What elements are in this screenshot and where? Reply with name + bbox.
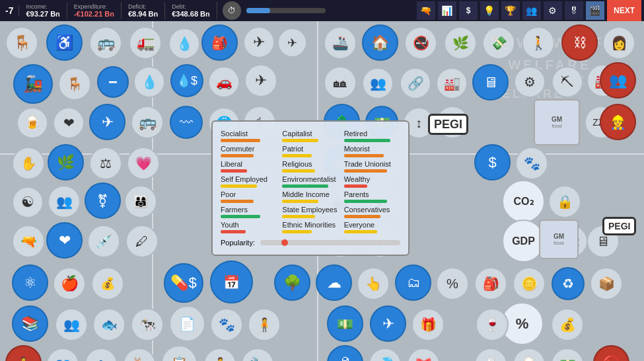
circle-no-smoking[interactable]: 🚭 (404, 26, 437, 60)
circle-hierarchy[interactable]: 🗂 (395, 264, 431, 301)
circle-jet2[interactable]: ✈ (244, 64, 277, 97)
voter-group-item[interactable]: Ethnic Minorities (282, 221, 338, 233)
circle-apple[interactable]: 🍎 (53, 267, 86, 300)
circle-items[interactable]: 📦 (590, 267, 623, 300)
circle-gift2[interactable]: 🎀 (407, 348, 440, 361)
circle-gun[interactable]: 🔫 (12, 225, 45, 258)
circle-medical2[interactable]: 💊$ (164, 263, 203, 303)
circle-plane[interactable]: ✈ (243, 26, 275, 58)
circle-plane3[interactable]: ✈ (370, 305, 406, 342)
circle-minus[interactable]: − (97, 66, 129, 98)
voter-group-item[interactable]: Retired (344, 130, 400, 142)
circle-grade[interactable]: 📄 (169, 305, 205, 342)
circle-cloud[interactable]: ☁ (316, 264, 352, 301)
circle-grade2[interactable]: 📋 (161, 345, 197, 361)
film-icon-btn[interactable]: 🎬 (586, 1, 604, 20)
voter-group-item[interactable]: Motorist (344, 145, 400, 157)
circle-spray[interactable]: 💦 (369, 348, 402, 361)
circle-swipe[interactable]: ✋ (12, 147, 45, 180)
voter-group-item[interactable]: Poor (221, 190, 277, 203)
voter-group-item[interactable]: Conservatives (344, 206, 400, 218)
circle-atom[interactable]: ⚛ (12, 264, 48, 301)
circle-wheelchair[interactable]: ♿ (46, 24, 83, 61)
circle-plane2[interactable]: ✈ (89, 104, 125, 140)
circle-truck[interactable]: 🚛 (129, 26, 162, 60)
circle-heart[interactable]: ❤ (53, 107, 85, 139)
circle-train[interactable]: 🚂 (13, 64, 53, 104)
voter-group-item[interactable]: Wealthy (344, 175, 400, 188)
circle-house[interactable]: 🏠 (362, 24, 398, 61)
circle-wine[interactable]: 🍷 (476, 308, 509, 341)
next-button[interactable]: NEXT (607, 0, 641, 21)
bulb-icon-btn[interactable]: 💡 (480, 1, 499, 20)
circle-hand-point[interactable]: 👆 (357, 267, 390, 300)
circle-person[interactable]: 🚶 (522, 26, 555, 60)
circle-dollar3[interactable]: 💵 (327, 305, 363, 342)
circle-bag[interactable]: 🎒 (474, 267, 507, 300)
voter-group-item[interactable]: Parents (344, 190, 400, 203)
circle-beer[interactable]: 🍺 (513, 348, 546, 361)
voter-group-item[interactable]: Environmentalist (282, 175, 338, 188)
people-icon-btn[interactable]: 👥 (522, 1, 541, 20)
circle-quill[interactable]: 🖊 (125, 225, 159, 258)
circle-oil[interactable]: 🛢 (327, 345, 363, 361)
circle-water2[interactable]: 💧 (133, 66, 165, 98)
circle-red-people[interactable]: 👥 (600, 62, 636, 99)
trophy-icon-btn[interactable]: 🏆 (501, 1, 520, 20)
circle-syringe[interactable]: 💉 (87, 225, 120, 258)
circle-house2[interactable]: 🏘 (324, 66, 357, 99)
voter-group-item[interactable]: Middle Income (282, 190, 338, 203)
circle-jet[interactable]: ✈ (277, 28, 307, 58)
circle-drink[interactable]: 🍺 (17, 107, 48, 139)
circle-seatbelt2[interactable]: 🪑 (58, 67, 91, 100)
voter-group-item[interactable]: Patriot (282, 145, 338, 157)
circle-books[interactable]: 📚 (12, 305, 48, 342)
circle-fish[interactable]: 🐟 (92, 308, 125, 341)
circle-paw2[interactable]: 🐾 (210, 308, 243, 341)
circle-bus[interactable]: 🚌 (89, 26, 122, 60)
circle-cow[interactable]: 🐄 (131, 308, 164, 341)
dollar-icon-btn[interactable]: $ (459, 1, 478, 20)
circle-link[interactable]: 🔗 (400, 67, 431, 99)
circle-transgender[interactable]: ⚧ (85, 182, 121, 219)
circle-wave[interactable]: 〰 (170, 106, 203, 139)
circle-cannabis[interactable]: 🌿 (444, 26, 477, 60)
circle-gift[interactable]: 🎁 (411, 308, 445, 341)
circle-hammer[interactable]: ⛏ (552, 66, 583, 98)
circle-people-row2[interactable]: 👥 (55, 308, 88, 341)
circle-wrench[interactable]: 🔧 (241, 348, 274, 361)
medal-icon-btn[interactable]: 🎖 (565, 1, 583, 20)
voter-group-item[interactable]: Farmers (221, 206, 277, 218)
chart-icon-btn[interactable]: 📊 (438, 1, 456, 20)
voter-group-item[interactable]: Self Employed (221, 175, 277, 188)
circle-paw[interactable]: 🐾 (515, 147, 548, 180)
voter-group-item[interactable]: Commuter (221, 145, 277, 157)
circle-dollar-coins[interactable]: 💰 (91, 267, 124, 300)
circle-calendar-money[interactable]: 📅 (210, 261, 253, 303)
circle-recycle[interactable]: ♻ (552, 267, 585, 300)
circle-school[interactable]: 🎒 (201, 24, 238, 61)
circle-red-no[interactable]: 🚫 (593, 345, 629, 361)
circle-monitor[interactable]: 🖥 (472, 64, 509, 100)
circle-water[interactable]: 💧 (168, 28, 200, 60)
circle-yin[interactable]: ☯ (12, 186, 44, 218)
circle-handcuffs[interactable]: ⛓ (561, 24, 598, 61)
circle-deer[interactable]: 🦌 (123, 348, 156, 361)
circle-heart3[interactable]: ❤ (46, 222, 83, 259)
circle-car[interactable]: 🚗 (208, 66, 240, 98)
gun-icon-btn[interactable]: 🔫 (417, 1, 435, 20)
circle-people3[interactable]: 👨‍👩‍👧 (124, 185, 157, 218)
circle-leaf[interactable]: 🌿 (48, 144, 84, 180)
circle-people4[interactable]: 👥 (46, 348, 79, 361)
voter-group-item[interactable]: Socialist (221, 130, 277, 142)
circle-coins[interactable]: 🪙 (513, 267, 546, 300)
voter-group-item[interactable]: Youth (221, 221, 277, 233)
circle-seatbelt[interactable]: 🪑 (5, 26, 38, 60)
voter-group-item[interactable]: Everyone (344, 221, 400, 233)
circle-bus2[interactable]: 🚌 (131, 106, 164, 139)
circle-woman[interactable]: 👩 (602, 26, 635, 60)
circle-gavel[interactable]: ⚖ (89, 147, 122, 180)
circle-settings[interactable]: ⚙ (514, 66, 546, 98)
circle-people-row[interactable]: 👥 (362, 67, 394, 99)
circle-red-workers[interactable]: 👷 (600, 104, 636, 140)
